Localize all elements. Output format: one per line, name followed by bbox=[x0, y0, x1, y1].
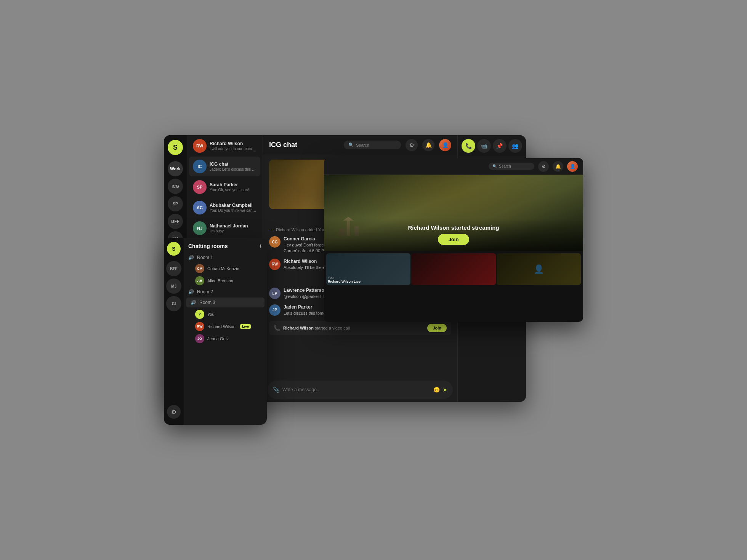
phone-icon: 📞 bbox=[274, 325, 280, 331]
stream-search-bar[interactable]: 🔍 Search bbox=[489, 163, 534, 170]
room-user[interactable]: JO Jenna Ortiz bbox=[184, 333, 267, 345]
message-input[interactable] bbox=[282, 387, 430, 392]
panel-actions: 📞 📹 📌 👥 bbox=[458, 135, 526, 157]
rooms-header: Chatting rooms + bbox=[184, 238, 267, 253]
avatar: AB bbox=[195, 276, 204, 285]
room-user[interactable]: Y You bbox=[184, 308, 267, 320]
video-call-row: 📞 Richard Wilson started a video call Jo… bbox=[269, 321, 451, 335]
stream-thumbnail-3[interactable]: 👤 bbox=[497, 253, 581, 285]
message-input-area: 📎 😊 ➤ bbox=[268, 381, 453, 399]
emoji-icon[interactable]: 😊 bbox=[433, 387, 440, 393]
rooms-settings-icon[interactable]: ⚙ bbox=[167, 405, 181, 419]
chat-item-abubakar[interactable]: AC Abubakar Campbell You: Do you think w… bbox=[189, 198, 260, 218]
room-user[interactable]: CM Cohan McKenzie bbox=[184, 262, 267, 275]
voice-call-button[interactable]: 📞 bbox=[462, 139, 475, 153]
rooms-sidebar-bff[interactable]: BFF bbox=[166, 261, 181, 276]
rooms-logo[interactable]: S bbox=[167, 242, 181, 256]
rooms-sidebar-gi[interactable]: GI bbox=[166, 296, 181, 311]
arrow-icon: → bbox=[269, 227, 274, 232]
sound-icon: 🔊 bbox=[191, 300, 196, 305]
streaming-window: 🔍 Search ⚙ 🔔 👤 Richard Wilson started st… bbox=[324, 158, 583, 322]
chat-header: ICG chat 🔍 Search ⚙ 🔔 👤 bbox=[263, 135, 457, 155]
notifications-button[interactable]: 🔔 bbox=[422, 139, 434, 151]
sound-icon: 🔊 bbox=[188, 255, 194, 260]
room-user[interactable]: RW Richard Wilson Live bbox=[184, 320, 267, 333]
sidebar-item-sp[interactable]: SP bbox=[168, 196, 183, 211]
rooms-sidebar: S BFF MJ GI ⚙ bbox=[164, 238, 184, 425]
avatar: RW bbox=[195, 322, 204, 331]
members-button[interactable]: 👥 bbox=[508, 139, 522, 153]
attachment-icon[interactable]: 📎 bbox=[273, 387, 279, 393]
stream-content: Richard Wilson started streaming Join bbox=[324, 175, 583, 251]
video-call-button[interactable]: 📹 bbox=[477, 139, 491, 153]
avatar: JP bbox=[269, 304, 281, 316]
avatar: AC bbox=[193, 201, 207, 214]
sidebar-item-work[interactable]: Work bbox=[168, 161, 183, 176]
streaming-header: 🔍 Search ⚙ 🔔 👤 bbox=[324, 158, 583, 175]
pin-button[interactable]: 📌 bbox=[493, 139, 507, 153]
settings-header-button[interactable]: ⚙ bbox=[406, 139, 418, 151]
room-item-1[interactable]: 🔊 Room 1 bbox=[184, 253, 267, 262]
search-bar[interactable]: 🔍 Search bbox=[344, 141, 401, 149]
stream-notifications-button[interactable]: 🔔 bbox=[553, 161, 563, 172]
chat-item-sarah-parker[interactable]: SP Sarah Parker You: Ok, see you soon! bbox=[189, 177, 260, 197]
search-label: Search bbox=[356, 143, 369, 147]
chatting-rooms-panel: S BFF MJ GI ⚙ Chatting rooms + 🔊 Room 1 … bbox=[164, 238, 267, 425]
rooms-sidebar-mj[interactable]: MJ bbox=[166, 278, 181, 294]
sound-icon: 🔊 bbox=[188, 289, 194, 294]
stream-join-button[interactable]: Join bbox=[438, 234, 470, 245]
room-item-2[interactable]: 🔊 Room 2 bbox=[184, 287, 267, 297]
avatar: NJ bbox=[193, 221, 207, 235]
room-user[interactable]: AB Alice Brenson bbox=[184, 275, 267, 287]
stream-overlay: Richard Wilson started streaming Join bbox=[324, 218, 583, 251]
chat-item-nathanael[interactable]: NJ Nathanael Jordan I'm busy bbox=[189, 218, 260, 238]
streaming-title: Richard Wilson started streaming bbox=[330, 224, 577, 231]
rooms-main: Chatting rooms + 🔊 Room 1 CM Cohan McKen… bbox=[184, 238, 267, 425]
avatar: JO bbox=[195, 334, 204, 343]
avatar: IC bbox=[193, 160, 207, 173]
stream-bottom-bar: You Richard Wilson Live 👤 bbox=[324, 251, 583, 287]
stream-thumbnail-2[interactable] bbox=[411, 253, 495, 285]
avatar: RW bbox=[193, 139, 207, 153]
sidebar-item-bff[interactable]: BFF bbox=[168, 214, 183, 229]
search-icon: 🔍 bbox=[492, 164, 497, 168]
stream-thumbnail-1[interactable]: You Richard Wilson Live bbox=[326, 253, 410, 285]
stream-settings-button[interactable]: ⚙ bbox=[538, 161, 549, 172]
chat-item-icg[interactable]: IC ICG chat Jaden: Let's discuss this to… bbox=[189, 157, 260, 176]
stream-user-avatar[interactable]: 👤 bbox=[567, 161, 578, 172]
avatar: CG bbox=[269, 236, 281, 248]
sidebar-item-icg[interactable]: ICG bbox=[168, 179, 183, 194]
room-item-3[interactable]: 🔊 Room 3 bbox=[186, 298, 264, 307]
send-icon[interactable]: ➤ bbox=[443, 387, 447, 393]
live-badge: Live bbox=[240, 324, 251, 329]
logo-button[interactable]: S bbox=[168, 140, 183, 155]
user-avatar-header[interactable]: 👤 bbox=[439, 139, 451, 151]
avatar: Y bbox=[195, 310, 204, 319]
avatar: LP bbox=[269, 288, 281, 299]
join-call-button[interactable]: Join bbox=[427, 324, 447, 332]
chat-title: ICG chat bbox=[269, 141, 339, 149]
avatar: SP bbox=[193, 180, 207, 194]
avatar: CM bbox=[195, 264, 204, 273]
avatar: RW bbox=[269, 259, 281, 270]
search-icon: 🔍 bbox=[348, 142, 354, 147]
chat-item-richard-wilson[interactable]: RW Richard Wilson I will add you to our … bbox=[189, 136, 260, 156]
add-room-button[interactable]: + bbox=[259, 243, 262, 250]
